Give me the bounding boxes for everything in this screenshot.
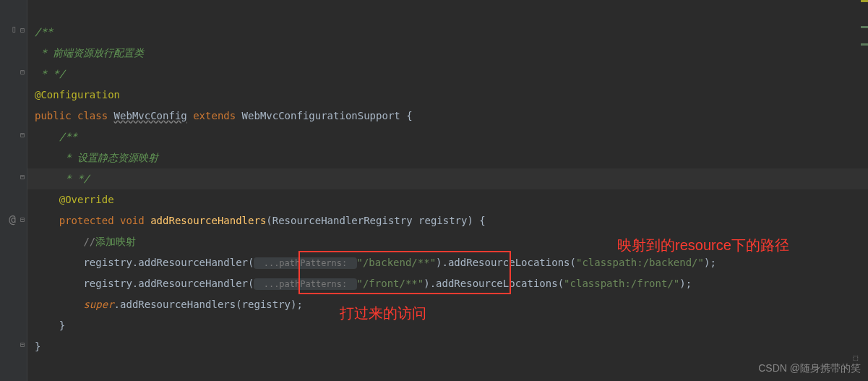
param-hint-pathpatterns: ...pathPatterns: <box>254 278 356 290</box>
code-text: ).addResourceLocations( <box>436 257 576 268</box>
fold-toggle-icon[interactable]: ⊟ <box>20 215 25 223</box>
doc-comment: * 前端资源放行配置类 <box>35 47 144 59</box>
code-text: .addResourceHandlers(registry); <box>114 299 303 310</box>
code-text: ).addResourceLocations( <box>424 278 564 289</box>
scroll-marker <box>861 26 868 28</box>
override-gutter-icon[interactable]: @ <box>3 213 22 226</box>
fold-close-icon[interactable]: ⊟ <box>20 68 25 76</box>
comment-slash: // <box>83 236 95 247</box>
brace-close: } <box>35 341 40 352</box>
scroll-marker <box>861 43 868 46</box>
keyword-void: void <box>120 215 150 226</box>
code-text: registry.addResourceHandler( <box>83 278 254 289</box>
corner-icon: ⬚ <box>853 353 858 362</box>
annotation-override: @Override <box>59 194 114 205</box>
doc-comment: * */ <box>35 68 65 80</box>
fold-toggle-icon[interactable]: ⊟ <box>20 131 25 139</box>
string-literal: "/front/**" <box>357 278 424 289</box>
string-literal: "classpath:/front/" <box>564 278 679 289</box>
annotation-label-resource-path: 映射到的resource下的路径 <box>617 236 789 255</box>
code-text: ); <box>679 278 692 289</box>
doc-comment: * */ <box>59 173 90 184</box>
class-name: WebMvcConfig <box>114 110 187 121</box>
keyword-public: public <box>35 110 77 121</box>
superclass-name: WebMvcConfigurationSupport { <box>242 110 413 121</box>
keyword-protected: protected <box>59 215 120 226</box>
scroll-marker-warning <box>861 0 868 2</box>
annotation-label-incoming-access: 打过来的访问 <box>340 304 426 323</box>
doc-comment: * 设置静态资源映射 <box>59 152 158 163</box>
watermark-text: CSDN @随身携带的笑 <box>758 362 861 375</box>
fold-close-icon[interactable]: ⊟ <box>20 173 25 181</box>
annotation-configuration: @Configuration <box>35 89 120 100</box>
code-text: ); <box>704 257 716 268</box>
scrollbar-vertical[interactable] <box>861 0 868 367</box>
method-name: addResourceHandlers <box>150 215 266 226</box>
code-text: registry.addResourceHandler( <box>83 257 254 268</box>
fold-toggle-icon[interactable]: ⊟ <box>20 26 25 34</box>
param-hint-pathpatterns: ...pathPatterns: <box>254 257 356 269</box>
editor-gutter: ▯ ⊟ ⊟ ⊟ ⊟ @ ⊟ ⊟ <box>0 0 27 381</box>
brace-close: } <box>59 320 65 331</box>
keyword-extends: extends <box>187 110 242 121</box>
keyword-class: class <box>77 110 114 121</box>
code-editor[interactable]: /** * 前端资源放行配置类 * */ @Configuration publ… <box>27 0 868 357</box>
string-literal: "/backend/**" <box>357 257 437 268</box>
comment-text: 添加映射 <box>95 236 136 247</box>
method-params: (ResourceHandlerRegistry registry) { <box>266 215 485 226</box>
keyword-super: super <box>83 299 113 310</box>
doc-comment: /** <box>59 131 77 142</box>
fold-close-icon[interactable]: ⊟ <box>20 341 25 348</box>
doc-comment: /** <box>35 26 53 38</box>
string-literal: "classpath:/backend/" <box>576 257 704 268</box>
